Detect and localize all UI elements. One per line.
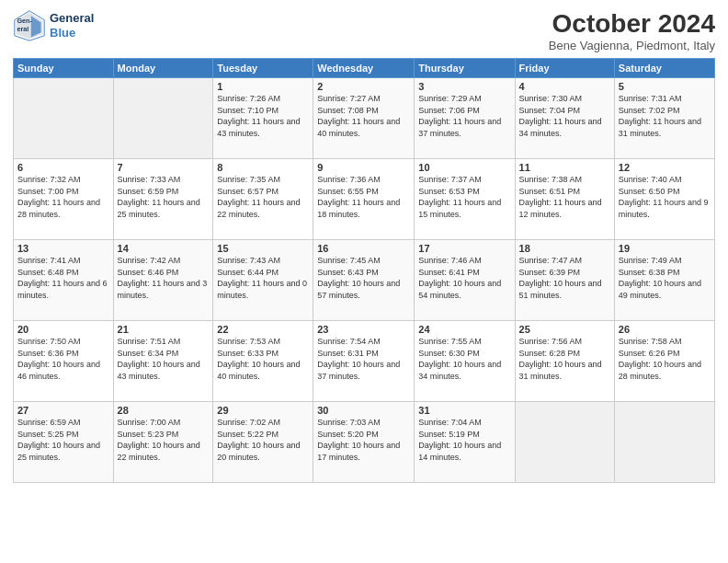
calendar-cell: 28Sunrise: 7:00 AM Sunset: 5:23 PM Dayli…: [113, 402, 213, 483]
day-number: 5: [619, 81, 711, 92]
day-number: 6: [17, 162, 109, 173]
calendar-cell: 1Sunrise: 7:26 AM Sunset: 7:10 PM Daylig…: [213, 78, 313, 159]
day-info: Sunrise: 7:03 AM Sunset: 5:20 PM Dayligh…: [317, 417, 410, 463]
day-number: 17: [418, 243, 510, 254]
calendar-cell: [515, 402, 614, 483]
weekday-header-saturday: Saturday: [614, 59, 714, 78]
day-number: 31: [418, 405, 510, 416]
day-number: 20: [17, 324, 109, 335]
svg-text:eral: eral: [17, 25, 29, 33]
day-info: Sunrise: 6:59 AM Sunset: 5:25 PM Dayligh…: [17, 417, 109, 463]
calendar-cell: [113, 78, 213, 159]
day-info: Sunrise: 7:27 AM Sunset: 7:08 PM Dayligh…: [317, 93, 410, 139]
calendar-cell: 31Sunrise: 7:04 AM Sunset: 5:19 PM Dayli…: [415, 402, 515, 483]
weekday-header-friday: Friday: [515, 59, 614, 78]
day-info: Sunrise: 7:26 AM Sunset: 7:10 PM Dayligh…: [217, 93, 309, 139]
calendar-table: SundayMondayTuesdayWednesdayThursdayFrid…: [13, 58, 715, 483]
calendar-cell: 27Sunrise: 6:59 AM Sunset: 5:25 PM Dayli…: [14, 402, 114, 483]
day-info: Sunrise: 7:29 AM Sunset: 7:06 PM Dayligh…: [418, 93, 510, 139]
calendar-cell: 29Sunrise: 7:02 AM Sunset: 5:22 PM Dayli…: [213, 402, 313, 483]
day-info: Sunrise: 7:49 AM Sunset: 6:38 PM Dayligh…: [619, 255, 711, 301]
page: Gen- eral General Blue October 2024 Bene…: [0, 0, 728, 563]
day-number: 4: [519, 81, 610, 92]
calendar-week-5: 27Sunrise: 6:59 AM Sunset: 5:25 PM Dayli…: [14, 402, 715, 483]
day-info: Sunrise: 7:43 AM Sunset: 6:44 PM Dayligh…: [217, 255, 309, 301]
title-block: October 2024 Bene Vagienna, Piedmont, It…: [549, 9, 715, 52]
day-number: 14: [118, 243, 210, 254]
day-number: 3: [418, 81, 510, 92]
day-info: Sunrise: 7:53 AM Sunset: 6:33 PM Dayligh…: [217, 336, 309, 382]
calendar-cell: 25Sunrise: 7:56 AM Sunset: 6:28 PM Dayli…: [515, 321, 614, 402]
day-number: 19: [619, 243, 711, 254]
logo-text: General Blue: [50, 11, 94, 40]
calendar-cell: 3Sunrise: 7:29 AM Sunset: 7:06 PM Daylig…: [415, 78, 515, 159]
calendar-cell: 12Sunrise: 7:40 AM Sunset: 6:50 PM Dayli…: [614, 159, 714, 240]
day-info: Sunrise: 7:55 AM Sunset: 6:30 PM Dayligh…: [418, 336, 510, 382]
day-info: Sunrise: 7:46 AM Sunset: 6:41 PM Dayligh…: [418, 255, 510, 301]
day-info: Sunrise: 7:50 AM Sunset: 6:36 PM Dayligh…: [17, 336, 109, 382]
day-number: 29: [217, 405, 309, 416]
day-info: Sunrise: 7:02 AM Sunset: 5:22 PM Dayligh…: [217, 417, 309, 463]
main-title: October 2024: [549, 9, 715, 39]
calendar-cell: 17Sunrise: 7:46 AM Sunset: 6:41 PM Dayli…: [415, 240, 515, 321]
calendar-cell: 8Sunrise: 7:35 AM Sunset: 6:57 PM Daylig…: [213, 159, 313, 240]
day-number: 15: [217, 243, 309, 254]
weekday-header-sunday: Sunday: [14, 59, 114, 78]
weekday-header-tuesday: Tuesday: [213, 59, 313, 78]
calendar-week-4: 20Sunrise: 7:50 AM Sunset: 6:36 PM Dayli…: [14, 321, 715, 402]
day-number: 8: [217, 162, 309, 173]
day-number: 13: [17, 243, 109, 254]
subtitle: Bene Vagienna, Piedmont, Italy: [549, 39, 715, 52]
calendar-cell: 4Sunrise: 7:30 AM Sunset: 7:04 PM Daylig…: [515, 78, 614, 159]
calendar-cell: 20Sunrise: 7:50 AM Sunset: 6:36 PM Dayli…: [14, 321, 114, 402]
calendar-cell: 30Sunrise: 7:03 AM Sunset: 5:20 PM Dayli…: [313, 402, 415, 483]
calendar-cell: 18Sunrise: 7:47 AM Sunset: 6:39 PM Dayli…: [515, 240, 614, 321]
calendar-cell: 15Sunrise: 7:43 AM Sunset: 6:44 PM Dayli…: [213, 240, 313, 321]
calendar-cell: 19Sunrise: 7:49 AM Sunset: 6:38 PM Dayli…: [614, 240, 714, 321]
header: Gen- eral General Blue October 2024 Bene…: [13, 9, 715, 52]
day-number: 22: [217, 324, 309, 335]
calendar-cell: [14, 78, 114, 159]
day-number: 27: [17, 405, 109, 416]
calendar-cell: 9Sunrise: 7:36 AM Sunset: 6:55 PM Daylig…: [313, 159, 415, 240]
day-number: 18: [519, 243, 610, 254]
calendar-cell: 7Sunrise: 7:33 AM Sunset: 6:59 PM Daylig…: [113, 159, 213, 240]
calendar-cell: 16Sunrise: 7:45 AM Sunset: 6:43 PM Dayli…: [313, 240, 415, 321]
day-info: Sunrise: 7:37 AM Sunset: 6:53 PM Dayligh…: [418, 174, 510, 220]
day-info: Sunrise: 7:47 AM Sunset: 6:39 PM Dayligh…: [519, 255, 610, 301]
calendar-week-3: 13Sunrise: 7:41 AM Sunset: 6:48 PM Dayli…: [14, 240, 715, 321]
day-info: Sunrise: 7:04 AM Sunset: 5:19 PM Dayligh…: [418, 417, 510, 463]
day-number: 21: [118, 324, 210, 335]
day-number: 9: [317, 162, 410, 173]
calendar-cell: 11Sunrise: 7:38 AM Sunset: 6:51 PM Dayli…: [515, 159, 614, 240]
logo-icon: Gen- eral: [13, 9, 46, 42]
day-info: Sunrise: 7:30 AM Sunset: 7:04 PM Dayligh…: [519, 93, 610, 139]
day-number: 10: [418, 162, 510, 173]
day-number: 12: [619, 162, 711, 173]
day-number: 11: [519, 162, 610, 173]
day-info: Sunrise: 7:41 AM Sunset: 6:48 PM Dayligh…: [17, 255, 109, 301]
day-info: Sunrise: 7:00 AM Sunset: 5:23 PM Dayligh…: [118, 417, 210, 463]
weekday-header-wednesday: Wednesday: [313, 59, 415, 78]
calendar-cell: 5Sunrise: 7:31 AM Sunset: 7:02 PM Daylig…: [614, 78, 714, 159]
day-info: Sunrise: 7:38 AM Sunset: 6:51 PM Dayligh…: [519, 174, 610, 220]
calendar-cell: 14Sunrise: 7:42 AM Sunset: 6:46 PM Dayli…: [113, 240, 213, 321]
day-number: 7: [118, 162, 210, 173]
day-info: Sunrise: 7:54 AM Sunset: 6:31 PM Dayligh…: [317, 336, 410, 382]
day-number: 28: [118, 405, 210, 416]
calendar-week-1: 1Sunrise: 7:26 AM Sunset: 7:10 PM Daylig…: [14, 78, 715, 159]
day-info: Sunrise: 7:56 AM Sunset: 6:28 PM Dayligh…: [519, 336, 610, 382]
day-info: Sunrise: 7:58 AM Sunset: 6:26 PM Dayligh…: [619, 336, 711, 382]
day-info: Sunrise: 7:40 AM Sunset: 6:50 PM Dayligh…: [619, 174, 711, 220]
day-info: Sunrise: 7:45 AM Sunset: 6:43 PM Dayligh…: [317, 255, 410, 301]
calendar-cell: 26Sunrise: 7:58 AM Sunset: 6:26 PM Dayli…: [614, 321, 714, 402]
day-number: 25: [519, 324, 610, 335]
svg-text:Gen-: Gen-: [17, 17, 33, 25]
calendar-week-2: 6Sunrise: 7:32 AM Sunset: 7:00 PM Daylig…: [14, 159, 715, 240]
day-number: 1: [217, 81, 309, 92]
weekday-header-monday: Monday: [113, 59, 213, 78]
day-info: Sunrise: 7:31 AM Sunset: 7:02 PM Dayligh…: [619, 93, 711, 139]
calendar-cell: [614, 402, 714, 483]
calendar-cell: 23Sunrise: 7:54 AM Sunset: 6:31 PM Dayli…: [313, 321, 415, 402]
day-number: 30: [317, 405, 410, 416]
